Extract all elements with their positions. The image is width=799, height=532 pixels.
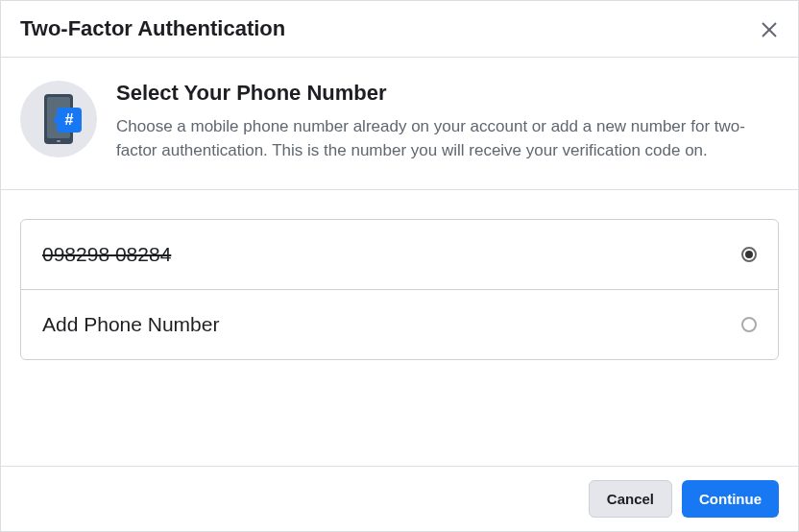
options-wrap: 098298 08284 Add Phone Number xyxy=(1,190,798,466)
continue-button[interactable]: Continue xyxy=(682,480,779,518)
radio-unselected-icon xyxy=(741,317,757,332)
close-button[interactable] xyxy=(754,14,785,45)
phone-hash-icon: # xyxy=(20,81,97,157)
option-add-phone-number[interactable]: Add Phone Number xyxy=(21,289,778,359)
option-existing-number[interactable]: 098298 08284 xyxy=(21,220,778,289)
dialog-footer: Cancel Continue xyxy=(1,466,798,531)
dialog-title: Two-Factor Authentication xyxy=(20,16,285,41)
content-heading: Select Your Phone Number xyxy=(116,81,779,106)
phone-options-list: 098298 08284 Add Phone Number xyxy=(20,219,779,360)
content-section: # Select Your Phone Number Choose a mobi… xyxy=(1,58,798,190)
cancel-button[interactable]: Cancel xyxy=(589,480,672,518)
content-description: Choose a mobile phone number already on … xyxy=(116,115,779,162)
radio-selected-icon xyxy=(741,247,757,262)
option-add-phone-label: Add Phone Number xyxy=(42,313,219,336)
option-existing-number-label: 098298 08284 xyxy=(42,243,171,266)
dialog-header: Two-Factor Authentication xyxy=(1,1,798,58)
two-factor-dialog: Two-Factor Authentication # Select Your … xyxy=(0,0,799,532)
content-text: Select Your Phone Number Choose a mobile… xyxy=(116,81,779,162)
close-icon xyxy=(760,20,779,39)
